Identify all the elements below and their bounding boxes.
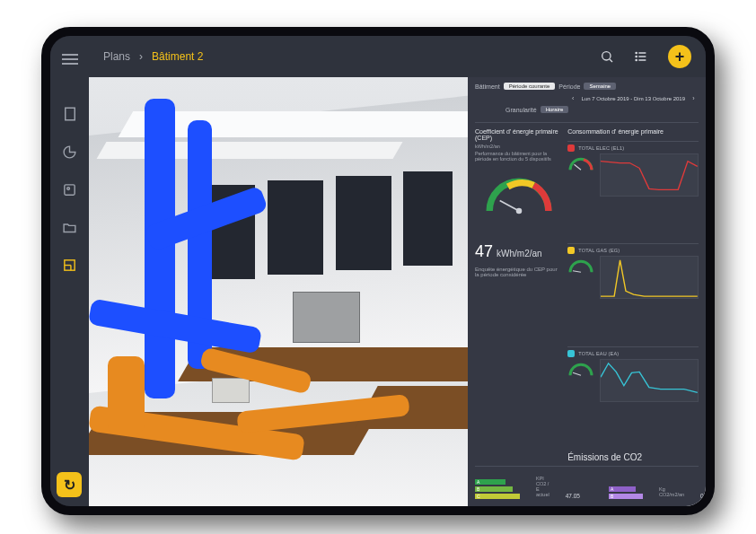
cep-column: Coefficient d' énergie primaire (CEP) kW… <box>475 128 562 462</box>
panel-controls: Bâtiment Période courante Période Semain… <box>475 83 699 103</box>
image-icon <box>62 182 77 197</box>
topbar: Plans › Bâtiment 2 + <box>89 36 706 77</box>
cep-value-unit: kWh/m2/an <box>497 249 542 258</box>
breadcrumb-root[interactable]: Plans <box>103 50 130 63</box>
breadcrumb-sep: › <box>139 50 143 63</box>
svg-line-20 <box>575 164 582 170</box>
cep-sub: Performance du bâtiment pour la période … <box>475 151 562 162</box>
mini-gauge-2 <box>567 359 594 377</box>
bim-viewport[interactable]: Bâtiment Période courante Période Semain… <box>89 77 706 506</box>
svg-point-17 <box>636 59 637 60</box>
svg-line-21 <box>573 271 581 273</box>
kpi-value-right: 0.76 <box>700 493 706 499</box>
pie-icon <box>62 144 77 160</box>
prev-period-button[interactable]: ‹ <box>568 93 578 103</box>
cep-unit-label: kWh/m2/an <box>475 144 562 149</box>
energy-band-right: A B <box>609 486 643 499</box>
search-icon <box>600 49 614 64</box>
cep-value: 47 <box>475 242 493 261</box>
refresh-button[interactable]: ↻ <box>57 472 82 497</box>
svg-point-6 <box>67 187 70 189</box>
series-name-2: TOTAL EAU (EA) <box>578 351 619 356</box>
tablet-frame: ↻ Plans › Bâtiment 2 + <box>41 27 715 515</box>
mini-gauge-0 <box>567 153 594 171</box>
building-label: Bâtiment <box>475 83 500 90</box>
series-name-1: TOTAL GAS (EG) <box>578 248 620 253</box>
list-button[interactable] <box>632 48 650 66</box>
svg-line-19 <box>499 201 518 211</box>
sidebar-item-analytics[interactable] <box>57 139 83 164</box>
chart-elec[interactable] <box>600 153 699 197</box>
search-button[interactable] <box>598 48 616 66</box>
building-icon <box>62 106 78 122</box>
date-range: Lun 7 Octobre 2019 - Dim 13 Octobre 2019 <box>582 96 685 101</box>
svg-line-11 <box>610 59 612 62</box>
kpi-label-right: Kg CO2/m2/an <box>659 486 684 497</box>
mini-gauge-1 <box>567 256 594 274</box>
sidebar-item-plans[interactable] <box>57 252 83 277</box>
sidebar-item-buildings[interactable] <box>57 101 83 127</box>
svg-point-18 <box>515 208 522 214</box>
svg-line-22 <box>573 372 581 375</box>
weekly-select[interactable]: Semaine <box>584 83 616 90</box>
plus-icon: + <box>675 48 685 66</box>
refresh-icon: ↻ <box>64 477 75 494</box>
next-period-button[interactable]: › <box>689 93 699 103</box>
kpi-label-left: KPI CO2 / E actuel <box>536 476 549 497</box>
folder-icon <box>62 220 77 235</box>
co2-title: Émissions de CO2 <box>567 452 699 462</box>
data-panel: Bâtiment Période courante Période Semain… <box>468 77 706 506</box>
energy-band-left: ABC <box>475 479 520 499</box>
breadcrumb-leaf[interactable]: Bâtiment 2 <box>152 50 203 63</box>
sidebar-item-images[interactable] <box>57 177 83 202</box>
chart-water[interactable] <box>600 359 699 402</box>
cep-footnote: Enquête énergétique du CEP pour la pério… <box>475 267 562 277</box>
menu-icon[interactable] <box>62 54 78 65</box>
svg-rect-0 <box>65 108 75 120</box>
gran-label: Granularité <box>505 107 537 113</box>
chart-gas[interactable] <box>600 256 699 299</box>
kpi-value-left: 47.05 <box>566 493 580 499</box>
sidebar-item-files[interactable] <box>57 214 83 240</box>
period-label: Période <box>558 83 580 90</box>
cep-title: Coefficient d' énergie primaire (CEP) <box>475 128 562 141</box>
svg-point-16 <box>636 56 637 57</box>
add-button[interactable]: + <box>668 45 691 68</box>
svg-point-15 <box>636 52 637 53</box>
sidebar: ↻ <box>50 36 89 506</box>
main: Plans › Bâtiment 2 + <box>89 36 706 506</box>
conso-column: Consommation d' énergie primaire TOTAL E… <box>567 128 699 462</box>
cep-gauge <box>482 174 556 215</box>
svg-point-10 <box>602 52 611 60</box>
period-select[interactable]: Période courante <box>504 83 556 90</box>
series-name-0: TOTAL ELEC (EL1) <box>578 145 624 151</box>
floorplan-icon <box>62 258 77 273</box>
conso-title: Consommation d' énergie primaire <box>567 128 699 135</box>
gran-select[interactable]: Horaire <box>541 106 569 113</box>
footer-kpis: ABC KPI CO2 / E actuel 47.05 A B Kg CO2/… <box>475 476 699 499</box>
list-icon <box>634 49 648 64</box>
